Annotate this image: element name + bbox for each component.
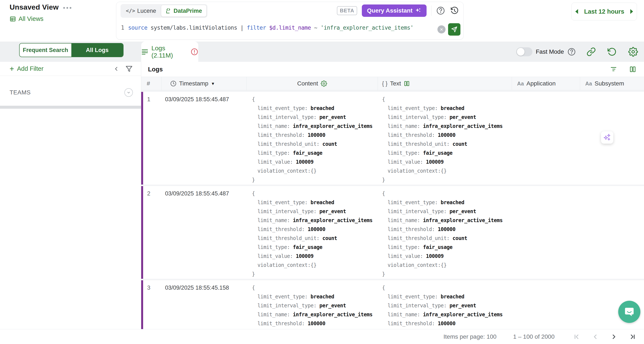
- json-value: fair_usage: [423, 150, 452, 156]
- ai-assist-button[interactable]: [601, 131, 613, 144]
- json-key: limit_threshold:: [388, 226, 435, 232]
- json-value: {}: [440, 168, 446, 174]
- column-header-content[interactable]: Content: [246, 77, 378, 90]
- table-row[interactable]: 303/09/2025 18:55:45.158{limit_event_typ…: [141, 280, 644, 329]
- teams-section-label: TEAMS: [10, 89, 31, 96]
- filter-funnel-icon[interactable]: [125, 65, 133, 73]
- json-field: limit_interval_type: per_event: [382, 113, 512, 122]
- last-page-icon[interactable]: [629, 333, 636, 340]
- column-header-application[interactable]: Aa Application: [512, 77, 580, 90]
- dataprime-tab[interactable]: DataPrime: [161, 5, 206, 17]
- content-cell: {limit_event_type: breachedlimit_interva…: [246, 186, 378, 279]
- sparkles-icon: [415, 8, 422, 14]
- fast-mode-toggle[interactable]: [516, 47, 532, 56]
- share-link-icon[interactable]: [586, 47, 596, 57]
- logs-count-tab[interactable]: Logs (2.11M): [141, 42, 198, 62]
- json-open-brace: {: [382, 95, 512, 104]
- teams-expand-icon[interactable]: [124, 88, 133, 97]
- chat-widget-button[interactable]: [618, 301, 640, 323]
- json-field: limit_interval_type: per_event: [252, 207, 378, 216]
- json-open-brace: {: [252, 189, 378, 198]
- items-per-page[interactable]: Items per page: 100: [444, 333, 496, 340]
- time-back-icon[interactable]: [574, 9, 578, 14]
- json-value: {}: [310, 262, 316, 268]
- views-table-icon: [10, 16, 16, 22]
- json-open-brace: {: [382, 189, 512, 198]
- frequent-search-tab[interactable]: Frequent Search: [20, 44, 71, 57]
- json-key: limit_threshold_unit:: [258, 141, 320, 147]
- json-key: limit_threshold:: [388, 320, 435, 326]
- json-field: limit_value: 100009: [252, 252, 378, 261]
- collapse-sidebar-icon[interactable]: [113, 66, 120, 72]
- json-open-brace: {: [252, 95, 378, 104]
- json-field: limit_event_type: breached: [382, 198, 512, 207]
- json-field: limit_name: infra_explorer_active_items: [382, 216, 512, 225]
- ai-sparkles-icon: [603, 134, 611, 141]
- json-field: violation_context:{}: [382, 166, 512, 175]
- content-settings-icon[interactable]: [321, 80, 327, 87]
- filters-sidebar: + Add Filter TEAMS: [0, 62, 141, 329]
- column-header-timestamp[interactable]: Timestamp ▼: [162, 77, 246, 90]
- json-close-brace: }: [382, 270, 512, 278]
- json-field: limit_event_type: breached: [382, 292, 512, 301]
- json-value: 100000: [438, 320, 455, 326]
- clear-query-icon[interactable]: ×: [438, 25, 446, 34]
- json-value: per_event: [320, 208, 346, 214]
- json-key: limit_interval_type:: [388, 303, 446, 309]
- all-views-link[interactable]: All Views: [10, 15, 44, 22]
- all-logs-tab[interactable]: All Logs: [71, 44, 123, 57]
- logs-count-label: Logs (2.11M): [152, 45, 188, 59]
- json-value: {}: [310, 168, 316, 174]
- time-range-picker[interactable]: Last 12 hours: [572, 3, 637, 21]
- column-header-text[interactable]: { } Text: [378, 77, 512, 90]
- log-json: {limit_event_type: breachedlimit_interva…: [252, 189, 378, 278]
- query-input[interactable]: source system/labs.limitViolations | fil…: [128, 24, 414, 31]
- table-row[interactable]: 103/09/2025 18:55:45.487{limit_event_typ…: [141, 92, 644, 185]
- settings-gear-icon[interactable]: [628, 47, 638, 57]
- json-value: infra_explorer_active_items: [293, 312, 372, 317]
- query-assistant-button[interactable]: Query Assistant: [362, 5, 426, 17]
- text-cell: {limit_event_type: breachedlimit_interva…: [378, 186, 512, 279]
- clock-icon: [170, 80, 176, 87]
- time-forward-icon[interactable]: [630, 9, 634, 14]
- all-views-label: All Views: [18, 15, 44, 22]
- json-key: limit_interval_type:: [258, 208, 316, 214]
- lucene-tab[interactable]: </> Lucene: [122, 5, 160, 17]
- time-range-label: Last 12 hours: [584, 8, 624, 15]
- beta-badge: BETA: [337, 6, 357, 15]
- json-key: limit_name:: [388, 123, 420, 129]
- query-help-icon[interactable]: [436, 6, 445, 15]
- sidebar-scroll-strip: [0, 106, 141, 109]
- json-value: per_event: [320, 114, 346, 120]
- first-page-icon[interactable]: [573, 333, 580, 340]
- plus-icon: +: [10, 66, 14, 72]
- json-value: infra_explorer_active_items: [423, 217, 502, 223]
- row-timestamp: 03/09/2025 18:55:45.487: [162, 186, 246, 279]
- json-key: limit_threshold:: [258, 132, 305, 138]
- json-field: violation_context:{}: [382, 261, 512, 270]
- query-history-icon[interactable]: [450, 6, 459, 15]
- json-value: infra_explorer_active_items: [293, 217, 372, 223]
- run-query-button[interactable]: [448, 23, 460, 36]
- previous-page-icon[interactable]: [592, 333, 599, 340]
- json-key: limit_event_type:: [258, 294, 308, 300]
- row-accent-bar: [141, 280, 143, 329]
- sort-desc-icon[interactable]: ▼: [211, 81, 215, 86]
- fast-mode-help-icon[interactable]: [567, 48, 576, 56]
- json-field: limit_type: fair_usage: [382, 243, 512, 252]
- reset-icon[interactable]: [607, 47, 617, 57]
- columns-layout-icon[interactable]: [629, 66, 636, 73]
- view-options-icon[interactable]: [63, 6, 71, 9]
- row-density-icon[interactable]: [610, 66, 617, 73]
- query-token: system/labs.limitViolations: [150, 25, 240, 31]
- log-json: {limit_event_type: breachedlimit_interva…: [252, 95, 378, 184]
- text-columns-icon[interactable]: [404, 80, 410, 87]
- next-page-icon[interactable]: [610, 333, 618, 340]
- dataprime-label: DataPrime: [174, 8, 202, 14]
- column-header-subsystem[interactable]: Aa Subsystem: [580, 77, 644, 90]
- table-row[interactable]: 203/09/2025 18:55:45.487{limit_event_typ…: [141, 186, 644, 279]
- column-header-num[interactable]: #: [141, 77, 162, 90]
- add-filter-button[interactable]: + Add Filter: [10, 65, 44, 72]
- json-value: fair_usage: [293, 244, 322, 250]
- json-value: breached: [440, 105, 464, 111]
